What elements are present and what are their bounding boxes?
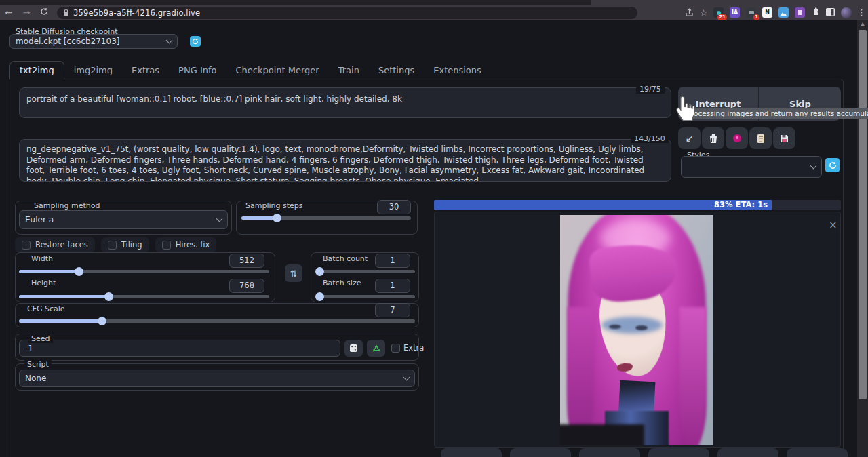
width-label: Width [28,254,56,263]
side-panel-icon[interactable] [826,6,835,19]
width-input[interactable]: 512 [229,254,264,268]
scrollbar-up-arrow[interactable]: ▲ [857,20,868,28]
page-scrollbar[interactable]: ▲ [857,20,868,457]
sampling-method-label: Sampling method [31,201,102,210]
clear-prompt-button[interactable] [702,127,724,149]
script-label: Script [24,360,52,369]
prompt-counter: 19/75 [636,85,665,94]
forward-icon[interactable]: → [18,7,35,18]
checkpoint-refresh-button[interactable] [190,36,201,47]
reload-icon[interactable] [35,7,53,18]
save-style-button[interactable] [773,127,795,149]
url-text: 359e5b9a-a5ff-4216.gradio.live [73,8,200,18]
mouse-cursor-hand [674,94,697,123]
toolbar-extensions: ☆ 21 IA 1 N ⋮ [685,5,865,20]
browser-tabstrip-right [591,0,868,5]
extra-networks-button[interactable] [726,127,748,149]
tab-train[interactable]: Train [329,62,369,79]
tab-bar: txt2img img2img Extras PNG Info Checkpoi… [9,61,491,79]
browser-tabstrip [0,0,591,5]
tab-extras[interactable]: Extras [122,62,169,79]
address-bar[interactable]: 359e5b9a-a5ff-4216.gradio.live [57,7,637,19]
checkpoint-select[interactable]: model.ckpt [cc6cb27103] [9,34,178,49]
tab-extensions[interactable]: Extensions [424,62,491,79]
apply-style-button[interactable] [749,127,772,149]
paste-arrow-icon: ↙ [686,133,694,144]
back-icon[interactable]: ← [0,7,18,18]
tab-settings[interactable]: Settings [369,62,424,79]
prompt-input[interactable]: portrait of a beautiful [woman::0.1] rob… [19,87,671,118]
batch-size-label: Batch size [320,279,363,287]
share-icon[interactable] [685,8,694,17]
clipboard-icon [757,134,765,144]
ext-image-icon[interactable] [778,7,789,18]
extra-networks-icon [732,134,742,143]
ext-pin-icon[interactable]: 21 [713,7,724,18]
negative-prompt-input[interactable]: ng_deepnegative_v1_75t, (worst quality, … [19,139,671,182]
ext-screenshot-icon[interactable]: 1 [746,7,756,18]
cfg-scale-label: CFG Scale [24,304,68,313]
menu-kebab-icon[interactable]: ⋮ [858,8,865,17]
batch-size-input[interactable]: 1 [375,279,410,293]
lock-icon [63,9,69,16]
checkpoint-value: model.ckpt [cc6cb27103] [16,37,167,46]
ext-ia-icon[interactable]: IA [730,7,740,18]
browser-toolbar: ← → 359e5b9a-a5ff-4216.gradio.live ☆ 21 … [0,5,868,20]
tab-img2img[interactable]: img2img [64,62,122,79]
paste-params-button[interactable]: ↙ [678,127,701,149]
ext-pin-badge: 21 [717,14,727,20]
negative-prompt-counter: 143/150 [631,134,669,143]
tab-checkpoint-merger[interactable]: Checkpoint Merger [226,62,328,79]
tab-png-info[interactable]: PNG Info [169,62,226,79]
ext-onenote-icon[interactable] [795,7,805,18]
save-floppy-icon [780,134,789,143]
cfg-scale-input[interactable]: 7 [375,303,410,317]
interrupt-tooltip: rocessing images and return any results … [686,108,868,119]
sampling-steps-input[interactable]: 30 [377,200,411,214]
seed-label: Seed [28,334,53,343]
height-label: Height [28,279,58,287]
tab-txt2img[interactable]: txt2img [9,61,64,79]
ext-screenshot-badge: 1 [753,14,760,20]
batch-count-input[interactable]: 1 [375,254,410,268]
extensions-puzzle-icon[interactable] [811,6,820,19]
close-preview-icon[interactable]: × [829,220,837,231]
profile-avatar[interactable] [841,7,852,18]
bookmark-star-icon[interactable]: ☆ [700,8,707,18]
height-input[interactable]: 768 [229,279,264,293]
batch-count-label: Batch count [320,254,370,263]
ext-notion-icon[interactable]: N [762,7,772,18]
scrollbar-thumb[interactable] [859,30,867,399]
refresh-icon [192,38,199,45]
sampling-steps-label: Sampling steps [243,201,306,210]
chevron-down-icon [166,37,173,44]
trash-icon [709,134,718,144]
app-root: ← → 359e5b9a-a5ff-4216.gradio.live ☆ 21 … [0,0,868,457]
